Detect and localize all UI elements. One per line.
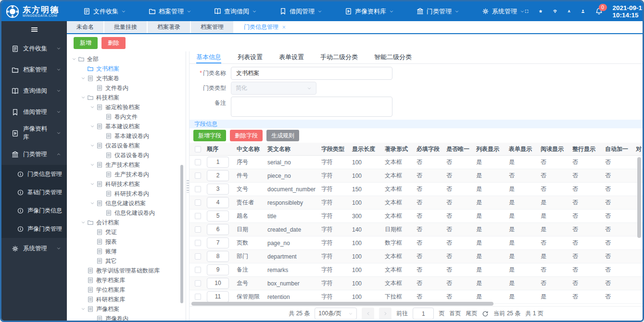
- tree-node[interactable]: 账簿: [67, 247, 186, 256]
- panel-splitter[interactable]: [186, 51, 189, 321]
- tree-node[interactable]: 基本建设卷内: [67, 131, 186, 141]
- table-horizontal-scrollbar[interactable]: [191, 302, 493, 306]
- order-input[interactable]: 9: [207, 264, 229, 275]
- last-page-link[interactable]: 尾页: [466, 310, 477, 318]
- generate-rule-button[interactable]: 生成规则: [266, 130, 299, 141]
- top-nav-item-7[interactable]: 系统管理: [482, 7, 525, 16]
- detail-tab-4[interactable]: 手动二级分类: [320, 51, 358, 63]
- order-input[interactable]: 4: [207, 197, 229, 208]
- expand-arrow-icon[interactable]: [88, 143, 96, 149]
- row-checkbox[interactable]: [195, 226, 201, 233]
- top-nav-item-1[interactable]: 文件收集: [83, 7, 126, 16]
- prev-page-button[interactable]: [362, 308, 374, 320]
- expand-arrow-icon[interactable]: [79, 75, 87, 81]
- notifications-button[interactable]: 0: [595, 8, 603, 15]
- expand-arrow-icon[interactable]: [88, 200, 96, 206]
- sidebar-item-3[interactable]: 查询借阅: [1, 80, 67, 101]
- detail-tab-5[interactable]: 智能二级分类: [374, 51, 412, 63]
- select-all-checkbox[interactable]: [195, 146, 201, 152]
- refresh-icon[interactable]: [482, 310, 489, 317]
- sidebar-collapse-button[interactable]: [1, 21, 67, 38]
- row-checkbox[interactable]: [195, 186, 201, 192]
- row-checkbox[interactable]: [195, 173, 201, 179]
- sidebar-subitem-3[interactable]: 声像门类信息: [1, 201, 67, 220]
- sidebar-subitem-4[interactable]: 声像门类管理: [1, 220, 67, 238]
- detail-tab-1[interactable]: 基本信息: [196, 51, 221, 63]
- remark-textarea[interactable]: [231, 97, 392, 117]
- tree-node[interactable]: 卷内文件: [67, 112, 186, 122]
- first-page-link[interactable]: 首页: [449, 310, 461, 318]
- tree-node[interactable]: 声像卷内: [67, 314, 186, 321]
- expand-arrow-icon[interactable]: [88, 181, 96, 187]
- workspace-tab-2[interactable]: 批量挂接: [104, 21, 147, 33]
- add-button[interactable]: 新增: [74, 37, 98, 49]
- order-input[interactable]: 11: [207, 291, 229, 302]
- row-checkbox[interactable]: [195, 199, 201, 206]
- row-checkbox[interactable]: [195, 253, 201, 260]
- tree-node[interactable]: 文件卷内: [67, 83, 186, 93]
- gem-button[interactable]: [553, 8, 557, 15]
- row-checkbox[interactable]: [195, 267, 201, 273]
- sidebar-item-2[interactable]: 档案管理: [1, 59, 67, 80]
- delete-field-button[interactable]: 删除字段: [230, 130, 263, 141]
- order-input[interactable]: 7: [207, 237, 229, 248]
- tree-node[interactable]: 科研技术档案: [67, 179, 186, 189]
- top-nav-item-2[interactable]: 档案管理: [149, 7, 191, 16]
- order-input[interactable]: 8: [207, 251, 229, 262]
- row-checkbox[interactable]: [195, 294, 201, 300]
- user-button[interactable]: [581, 8, 585, 15]
- font-size-button[interactable]: A: [567, 8, 571, 15]
- tree-node[interactable]: 生产技术档案: [67, 160, 186, 170]
- tree-node[interactable]: 信息化建设档案: [67, 198, 186, 208]
- tree-node[interactable]: 教学训练管理基础数据库: [67, 266, 186, 275]
- expand-arrow-icon[interactable]: [70, 56, 78, 62]
- expand-arrow-icon[interactable]: [79, 95, 87, 100]
- category-name-input[interactable]: [231, 67, 392, 80]
- delete-button[interactable]: 删除: [101, 37, 126, 49]
- tree-node[interactable]: 全部: [67, 54, 186, 64]
- category-type-select[interactable]: 简化: [231, 82, 316, 95]
- tree-node[interactable]: 仪器设备卷内: [67, 150, 186, 160]
- expand-arrow-icon[interactable]: [88, 124, 96, 129]
- tree-node[interactable]: 科研技术卷内: [67, 189, 186, 198]
- top-nav-item-3[interactable]: 查询借阅: [214, 7, 257, 16]
- fullscreen-button[interactable]: [525, 8, 529, 15]
- tree-node[interactable]: 科技档案: [67, 93, 186, 102]
- sidebar-subitem-1[interactable]: 门类信息管理: [1, 165, 67, 183]
- next-page-button[interactable]: [379, 308, 391, 320]
- order-input[interactable]: 5: [207, 211, 229, 222]
- close-icon[interactable]: [282, 25, 286, 29]
- workspace-tab-4[interactable]: 档案管理: [191, 21, 233, 33]
- row-checkbox[interactable]: [195, 159, 201, 165]
- sidebar-item-4[interactable]: 借阅管理: [1, 101, 67, 123]
- detail-tab-2[interactable]: 列表设置: [238, 51, 263, 63]
- order-input[interactable]: 6: [207, 224, 229, 235]
- order-input[interactable]: 10: [207, 278, 229, 289]
- sidebar-item-1[interactable]: 文件收集: [1, 38, 67, 59]
- sidebar-item-6[interactable]: 门类管理: [1, 144, 67, 165]
- tree-node[interactable]: 会计档案: [67, 218, 186, 227]
- add-field-button[interactable]: 新增字段: [193, 130, 226, 141]
- table-vertical-scrollbar[interactable]: [637, 157, 641, 238]
- tree-node[interactable]: 报表: [67, 237, 186, 247]
- tree-node[interactable]: 科研档案库: [67, 295, 186, 304]
- tree-node[interactable]: 文书案卷: [67, 74, 186, 83]
- tree-node[interactable]: 基本建设档案: [67, 122, 186, 131]
- row-checkbox[interactable]: [195, 280, 201, 286]
- row-checkbox[interactable]: [195, 213, 201, 219]
- sidebar-item-5[interactable]: 声像资料库: [1, 123, 67, 144]
- order-input[interactable]: 3: [207, 184, 229, 195]
- tree-node[interactable]: 声像档案: [67, 304, 186, 314]
- page-size-select[interactable]: 100条/页: [315, 308, 357, 320]
- tree-node[interactable]: 文书档案: [67, 64, 186, 74]
- workspace-tab-3[interactable]: 档案著录: [148, 21, 190, 33]
- tree-node[interactable]: 仪器设备档案: [67, 141, 186, 150]
- expand-arrow-icon[interactable]: [88, 104, 96, 110]
- tree-node[interactable]: 教学档案库: [67, 275, 186, 285]
- expand-arrow-icon[interactable]: [88, 162, 96, 168]
- tree-node[interactable]: 凭证: [67, 227, 186, 237]
- row-checkbox[interactable]: [195, 240, 201, 246]
- expand-arrow-icon[interactable]: [79, 220, 87, 225]
- detail-tab-3[interactable]: 表单设置: [279, 51, 304, 63]
- top-nav-item-4[interactable]: 借阅管理: [279, 7, 322, 16]
